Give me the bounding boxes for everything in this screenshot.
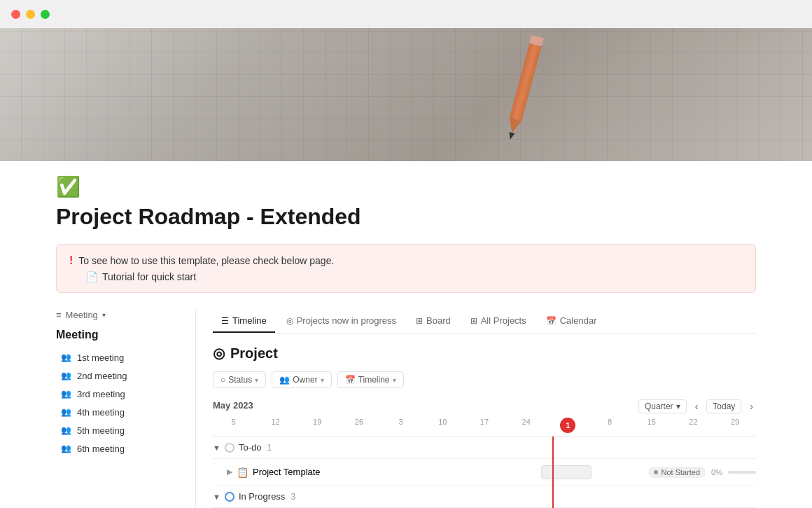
minimize-dot[interactable]: [26, 10, 35, 19]
task-template-icon: 📋: [237, 467, 248, 478]
task-bar-area-template: [363, 464, 641, 481]
page-heading: ◎ Project: [213, 345, 756, 362]
status-label: Status: [228, 375, 252, 385]
sidebar-item-label: 5th meeting: [77, 425, 125, 436]
tab-timeline[interactable]: ☰ Timeline: [213, 310, 275, 333]
date-cell-15: 15: [631, 418, 673, 433]
quarter-label: Quarter: [645, 401, 673, 411]
task-name[interactable]: Project Template: [253, 467, 321, 477]
meeting-icon-6: [60, 443, 71, 454]
date-cell-3: 3: [380, 418, 422, 433]
group-in-progress[interactable]: ▼ In Progress 3: [213, 486, 756, 508]
task-meta-template: Not Started 0%: [648, 467, 756, 478]
tab-projects-label: Projects now in progress: [297, 315, 396, 326]
quarter-chevron: ▾: [676, 401, 680, 411]
group-circle-in-progress: [225, 492, 234, 502]
chevron-down-icon2: ▾: [321, 376, 324, 384]
today-label: Today: [713, 401, 735, 411]
titlebar: [0, 0, 812, 28]
tab-board-icon: ⊞: [416, 316, 423, 326]
group-label-in-progress: In Progress: [239, 491, 285, 502]
sidebar-item-label: 2nd meeting: [77, 371, 127, 381]
today-line: [552, 437, 554, 508]
group-toggle-todo[interactable]: ▼: [213, 444, 220, 452]
group-todo[interactable]: ▼ To-do 1: [213, 437, 756, 459]
hero-image: [0, 28, 812, 161]
task-row-project-template: ▶ 📋 Project Template Not Sta: [213, 459, 756, 486]
timeline-label: Timeline: [358, 375, 390, 385]
tutorial-link[interactable]: Tutorial for quick start: [102, 271, 196, 282]
owner-icon: 👥: [279, 375, 290, 385]
tab-projects-in-progress[interactable]: ◎ Projects now in progress: [278, 310, 405, 333]
date-8: 8: [608, 418, 612, 426]
chevron-down-icon: ▾: [255, 376, 258, 384]
alert-line2: 📄 Tutorial for quick start: [69, 271, 743, 282]
progress-bar-mini-template: [728, 471, 756, 474]
tab-board[interactable]: ⊞ Board: [407, 310, 459, 333]
sidebar-item-1st-meeting[interactable]: 1st meeting: [56, 348, 187, 366]
sidebar-header[interactable]: ≡ Meeting ▾: [56, 310, 187, 320]
date-3: 3: [399, 418, 403, 426]
task-expand-icon[interactable]: ▶: [227, 467, 232, 476]
owner-label: Owner: [293, 375, 317, 385]
group-count-todo: 1: [267, 443, 272, 453]
alert-box: ! To see how to use this template, pleas…: [56, 244, 756, 293]
meeting-icon-1: [60, 352, 71, 363]
page-title: Project Roadmap - Extended: [56, 204, 756, 230]
timeline-dates: 5 12 19 26 3 10 17 24 1 8 15 22 29: [213, 418, 756, 437]
sidebar: ≡ Meeting ▾ Meeting 1st meeting 2nd meet…: [56, 310, 196, 508]
filter-owner[interactable]: 👥 Owner ▾: [272, 371, 331, 388]
date-header: May 2023 Quarter ▾ ‹ Today ›: [213, 399, 756, 413]
badge-dot-not-started: [654, 470, 658, 474]
timeline-filter-icon: 📅: [345, 375, 356, 385]
date-17: 17: [480, 418, 489, 426]
chevron-down-icon3: ▾: [393, 376, 396, 384]
date-cell-24: 24: [505, 418, 547, 433]
tab-calendar-label: Calendar: [560, 315, 597, 326]
date-cell-29: 29: [714, 418, 756, 433]
tab-calendar[interactable]: 📅 Calendar: [538, 310, 606, 333]
status-label-not-started: Not Started: [661, 468, 700, 476]
tab-all-projects[interactable]: ⊞ All Projects: [462, 310, 535, 333]
doc-icon: 📄: [86, 271, 98, 282]
sidebar-item-5th-meeting[interactable]: 5th meeting: [56, 421, 187, 439]
date-cell-12: 12: [255, 418, 297, 433]
main-layout: ≡ Meeting ▾ Meeting 1st meeting 2nd meet…: [56, 310, 756, 508]
maximize-dot[interactable]: [41, 10, 50, 19]
month-label: May 2023: [213, 400, 253, 411]
date-29: 29: [731, 418, 739, 426]
sidebar-section-title: Meeting: [56, 329, 187, 341]
filter-status[interactable]: ○ Status ▾: [213, 371, 266, 388]
tab-projects-icon: ◎: [286, 316, 293, 326]
filter-timeline[interactable]: 📅 Timeline ▾: [337, 371, 404, 388]
sidebar-item-3rd-meeting[interactable]: 3rd meeting: [56, 385, 187, 403]
sidebar-item-2nd-meeting[interactable]: 2nd meeting: [56, 366, 187, 385]
date-cell-26: 26: [338, 418, 380, 433]
heading-title: Project: [230, 345, 278, 362]
today-button[interactable]: Today: [706, 399, 741, 413]
tab-all-projects-icon: ⊞: [470, 316, 477, 326]
sidebar-item-4th-meeting[interactable]: 4th meeting: [56, 403, 187, 421]
meeting-icon-5: [60, 425, 71, 436]
tab-bar: ☰ Timeline ◎ Projects now in progress ⊞ …: [213, 310, 756, 334]
group-label-todo: To-do: [239, 442, 262, 453]
alert-icon: !: [69, 254, 73, 267]
page-content: ✅ Project Roadmap - Extended ! To see ho…: [0, 175, 812, 508]
quarter-button[interactable]: Quarter ▾: [638, 399, 687, 413]
group-toggle-in-progress[interactable]: ▼: [213, 493, 220, 501]
tab-all-projects-label: All Projects: [481, 315, 526, 326]
prev-arrow[interactable]: ‹: [692, 399, 701, 413]
group-circle-todo: [225, 443, 234, 453]
tab-board-label: Board: [426, 315, 451, 326]
sidebar-item-label: 1st meeting: [77, 352, 124, 363]
tab-calendar-icon: 📅: [546, 316, 556, 326]
meeting-icon-3: [60, 388, 71, 399]
next-arrow[interactable]: ›: [747, 399, 756, 413]
timeline-container: May 2023 Quarter ▾ ‹ Today ›: [213, 399, 756, 508]
tab-timeline-label: Timeline: [232, 315, 267, 326]
sidebar-list-icon: ≡: [56, 310, 62, 320]
date-cell-8: 8: [589, 418, 631, 433]
close-dot[interactable]: [11, 10, 20, 19]
sidebar-item-6th-meeting[interactable]: 6th meeting: [56, 439, 187, 458]
date-cell-10: 10: [421, 418, 463, 433]
